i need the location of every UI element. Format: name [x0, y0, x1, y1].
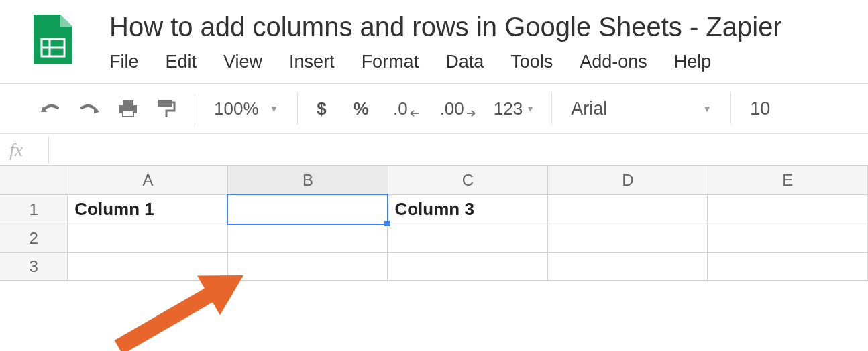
- svg-rect-6: [158, 100, 172, 107]
- cell-C3[interactable]: [388, 253, 548, 281]
- cell-A2[interactable]: [68, 224, 228, 253]
- fx-icon: fx: [9, 139, 48, 161]
- column-header-D[interactable]: D: [548, 166, 708, 195]
- row-header-2[interactable]: 2: [0, 224, 68, 253]
- format-currency-button[interactable]: $: [317, 98, 326, 119]
- select-all-corner[interactable]: [0, 166, 68, 195]
- toolbar-separator: [297, 92, 298, 125]
- paint-format-button[interactable]: [157, 98, 176, 119]
- toolbar-separator: [730, 92, 731, 125]
- dropdown-arrow-icon: ▼: [702, 103, 712, 114]
- spreadsheet-grid: A B C D E 1 Column 1 Column 3 2 3: [0, 166, 868, 281]
- redo-button[interactable]: [79, 101, 99, 116]
- menu-tools[interactable]: Tools: [510, 52, 553, 72]
- column-header-A[interactable]: A: [68, 166, 228, 195]
- font-family-label: Arial: [571, 98, 607, 119]
- toolbar: 100% ▼ $ % .0 .00 123 ▾ Arial ▼ 10: [0, 83, 868, 134]
- zoom-dropdown[interactable]: 100% ▼: [214, 98, 278, 119]
- cell-D2[interactable]: [548, 224, 708, 253]
- formula-bar: fx: [0, 134, 868, 166]
- cell-A3[interactable]: [68, 253, 228, 281]
- cell-E2[interactable]: [708, 224, 868, 253]
- menu-file[interactable]: File: [109, 52, 139, 72]
- toolbar-separator: [551, 92, 552, 125]
- menu-data[interactable]: Data: [445, 52, 484, 72]
- sheets-app-icon[interactable]: [34, 15, 72, 64]
- font-size-input[interactable]: 10: [750, 98, 770, 119]
- column-header-B[interactable]: B: [228, 166, 388, 195]
- menu-insert[interactable]: Insert: [289, 52, 335, 72]
- menu-addons[interactable]: Add-ons: [580, 52, 647, 72]
- cell-D3[interactable]: [548, 253, 708, 281]
- zoom-value: 100%: [214, 98, 259, 119]
- svg-rect-7: [115, 287, 216, 351]
- more-formats-dropdown[interactable]: 123 ▾: [494, 98, 533, 119]
- column-header-E[interactable]: E: [708, 166, 868, 195]
- menu-view[interactable]: View: [223, 52, 262, 72]
- cell-C1[interactable]: Column 3: [388, 195, 548, 224]
- cell-E3[interactable]: [708, 253, 868, 281]
- toolbar-separator: [195, 92, 195, 125]
- cell-B3[interactable]: [228, 253, 388, 281]
- cell-C2[interactable]: [388, 224, 548, 253]
- document-title[interactable]: How to add columns and rows in Google Sh…: [109, 12, 868, 42]
- more-formats-label: 123: [494, 98, 523, 119]
- svg-rect-5: [123, 111, 133, 117]
- menu-help[interactable]: Help: [674, 52, 712, 72]
- cell-B1[interactable]: [228, 195, 388, 224]
- row-header-1[interactable]: 1: [0, 195, 68, 224]
- menu-edit[interactable]: Edit: [166, 52, 197, 72]
- row-header-3[interactable]: 3: [0, 253, 68, 281]
- increase-decimal-label: .00: [440, 98, 464, 119]
- menu-bar: File Edit View Insert Format Data Tools …: [109, 52, 868, 72]
- format-percent-button[interactable]: %: [354, 98, 369, 119]
- dropdown-arrow-icon: ▼: [270, 103, 279, 114]
- cell-A1[interactable]: Column 1: [68, 195, 228, 224]
- decrease-decimal-button[interactable]: .0: [393, 98, 420, 119]
- increase-decimal-button[interactable]: .00: [440, 98, 476, 119]
- cell-D1[interactable]: [548, 195, 708, 224]
- decrease-decimal-label: .0: [393, 98, 408, 119]
- cell-B2[interactable]: [228, 224, 388, 253]
- font-family-dropdown[interactable]: Arial ▼: [571, 98, 712, 119]
- dropdown-arrow-icon: ▾: [528, 103, 533, 114]
- column-header-C[interactable]: C: [388, 166, 548, 195]
- svg-rect-3: [123, 100, 133, 105]
- cell-E1[interactable]: [708, 195, 868, 224]
- print-button[interactable]: [118, 99, 138, 118]
- formula-input[interactable]: [49, 134, 868, 165]
- undo-button[interactable]: [40, 101, 60, 116]
- menu-format[interactable]: Format: [362, 52, 419, 72]
